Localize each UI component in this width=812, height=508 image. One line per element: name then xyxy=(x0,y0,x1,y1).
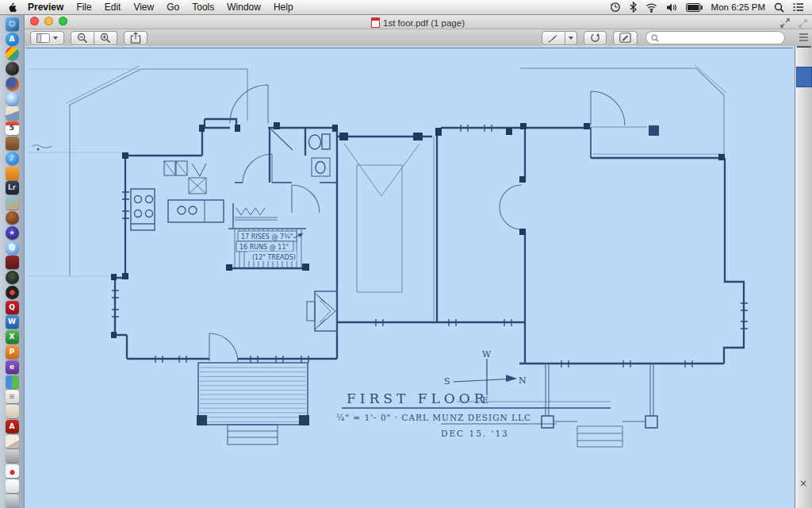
dock-imovie-glyph: ★ xyxy=(9,229,15,237)
background-toolbar-lines xyxy=(799,33,808,43)
dock-preview[interactable] xyxy=(6,106,19,120)
menu-go[interactable]: Go xyxy=(167,2,179,13)
menu-clock[interactable]: Mon 6:25 PM xyxy=(711,2,765,12)
annotate-dropdown-button[interactable] xyxy=(565,31,577,45)
date-note: DEC 15. '13 xyxy=(441,429,509,438)
bluetooth-icon[interactable] xyxy=(630,2,637,13)
menu-file[interactable]: File xyxy=(76,2,91,13)
fixtures xyxy=(131,129,337,331)
search-field[interactable] xyxy=(645,31,785,44)
dock-white-red-app[interactable] xyxy=(6,464,19,478)
plan-title: FIRST FLOOR xyxy=(347,391,488,406)
stair-note-1: 17 RISES @ 7¾" xyxy=(241,233,293,241)
dock-gray-jar[interactable] xyxy=(6,449,19,463)
dock-calendar-glyph: 5 xyxy=(10,125,14,132)
title-block: FIRST FLOOR ¼" = 1'- 0" · CARL MUNZ DESI… xyxy=(336,391,611,438)
window-ticks xyxy=(112,125,748,368)
dock-word[interactable]: W xyxy=(6,315,19,329)
dock-itunes-glyph: ♪ xyxy=(10,155,14,162)
annotate-pen-button[interactable] xyxy=(542,31,565,45)
dock-documents-stack[interactable] xyxy=(6,479,19,493)
dock-word-glyph: W xyxy=(8,318,16,325)
dock-quicktime[interactable]: Q xyxy=(6,241,19,255)
preview-window: 1st foor.pdf (1 page) xyxy=(24,14,812,508)
deck xyxy=(197,363,309,444)
dock-safari[interactable] xyxy=(6,92,19,106)
annotate-caret xyxy=(569,37,573,40)
dock-dark-globe[interactable] xyxy=(6,62,19,75)
dock-lightroom-glyph: Lr xyxy=(8,184,16,191)
dock-powerpoint-glyph: P xyxy=(10,348,15,356)
dock-itunes[interactable]: ♪ xyxy=(6,152,19,165)
dock-contacts[interactable] xyxy=(6,137,19,150)
title-bar[interactable]: 1st foor.pdf (1 page) xyxy=(24,14,812,29)
menu-edit[interactable]: Edit xyxy=(105,2,121,13)
dock-powerpoint[interactable]: P xyxy=(6,345,19,359)
zoom-in-button[interactable] xyxy=(94,31,117,45)
window-title: 1st foor.pdf (1 page) xyxy=(24,16,812,28)
dock-pages[interactable] xyxy=(6,167,19,180)
menu-view[interactable]: View xyxy=(133,2,154,13)
dock-excel-glyph: X xyxy=(10,333,15,341)
stair-annotation: 17 RISES @ 7¾" 16 RUNS @ 11" (12" TREADS… xyxy=(236,231,303,261)
pencil-guidelines xyxy=(29,69,141,276)
dock-entourage[interactable]: e xyxy=(6,360,19,374)
dock-adobe-reader-glyph: A xyxy=(10,423,15,430)
battery-icon[interactable] xyxy=(686,3,703,12)
dock-app-store[interactable]: A xyxy=(6,33,19,46)
stair-note-2: 16 RUNS @ 11" xyxy=(239,244,289,251)
compass-north: N xyxy=(519,375,527,386)
dock-messenger[interactable] xyxy=(6,375,19,389)
apple-menu-icon[interactable] xyxy=(8,2,17,13)
notification-center-icon[interactable] xyxy=(793,2,804,12)
markup-toolbar-button[interactable] xyxy=(613,31,638,45)
dock-calendar[interactable]: 5 xyxy=(6,121,19,135)
dock-lightroom[interactable]: Lr xyxy=(6,181,19,194)
search-input[interactable] xyxy=(662,33,779,44)
menu-bar: Preview FileEditViewGoToolsWindowHelp Mo… xyxy=(0,0,812,15)
compass-west: W xyxy=(482,349,492,360)
zoom-out-button[interactable] xyxy=(71,31,94,45)
desktop: { "colors": { "scrollbar_thumb": "#3e6db… xyxy=(0,0,812,508)
pdf-document-icon xyxy=(371,17,380,28)
pdf-page: 17 RISES @ 7¾" 16 RUNS @ 11" (12" TREADS… xyxy=(24,46,795,508)
dock-excel[interactable]: X xyxy=(6,330,19,344)
dock-aperture[interactable] xyxy=(6,271,19,284)
volume-icon[interactable] xyxy=(666,2,677,13)
dock-photo-stack[interactable] xyxy=(6,435,19,448)
exterior-walls xyxy=(115,119,744,364)
spotlight-icon[interactable] xyxy=(774,2,784,13)
dock-news-doc-glyph: ≡ xyxy=(9,393,15,400)
dock-quark-glyph: Q xyxy=(9,304,15,311)
menu-help[interactable]: Help xyxy=(274,2,293,13)
sidebar-view-caret xyxy=(53,37,58,40)
toolbar xyxy=(24,29,812,47)
dock-adobe-reader[interactable]: A xyxy=(6,420,19,433)
dock-installer-box[interactable] xyxy=(6,405,19,418)
menu-tools[interactable]: Tools xyxy=(192,2,214,13)
share-button[interactable] xyxy=(124,31,147,45)
dock-garageband[interactable] xyxy=(6,211,19,225)
dock-imovie[interactable]: ★ xyxy=(6,226,19,240)
wifi-icon[interactable] xyxy=(645,2,657,13)
dock-chrome[interactable] xyxy=(6,47,19,60)
scrollbar-strip[interactable]: × xyxy=(795,46,812,508)
dock-firefox[interactable] xyxy=(6,77,19,90)
menu-app-preview[interactable]: Preview xyxy=(28,2,63,13)
door-swings xyxy=(209,85,625,362)
dock-iphoto[interactable] xyxy=(6,196,19,210)
dock-finder[interactable]: ☺ xyxy=(6,17,19,31)
menu-window[interactable]: Window xyxy=(227,2,261,13)
stair-note-3: (12" TREADS) xyxy=(252,254,296,261)
dock-toast[interactable] xyxy=(6,286,19,299)
time-machine-icon[interactable] xyxy=(610,2,621,13)
dock-quark[interactable]: Q xyxy=(6,301,19,314)
dock-quicktime-glyph: Q xyxy=(9,244,15,252)
dock-news-doc[interactable]: ≡ xyxy=(6,390,19,403)
dock-trash[interactable] xyxy=(6,495,19,508)
dock-premiere[interactable] xyxy=(6,256,19,269)
sidebar-view-button[interactable] xyxy=(30,31,64,45)
background-close-glyph: × xyxy=(799,478,807,489)
scrollbar-thumb[interactable] xyxy=(796,67,812,87)
rotate-button[interactable] xyxy=(584,31,607,45)
